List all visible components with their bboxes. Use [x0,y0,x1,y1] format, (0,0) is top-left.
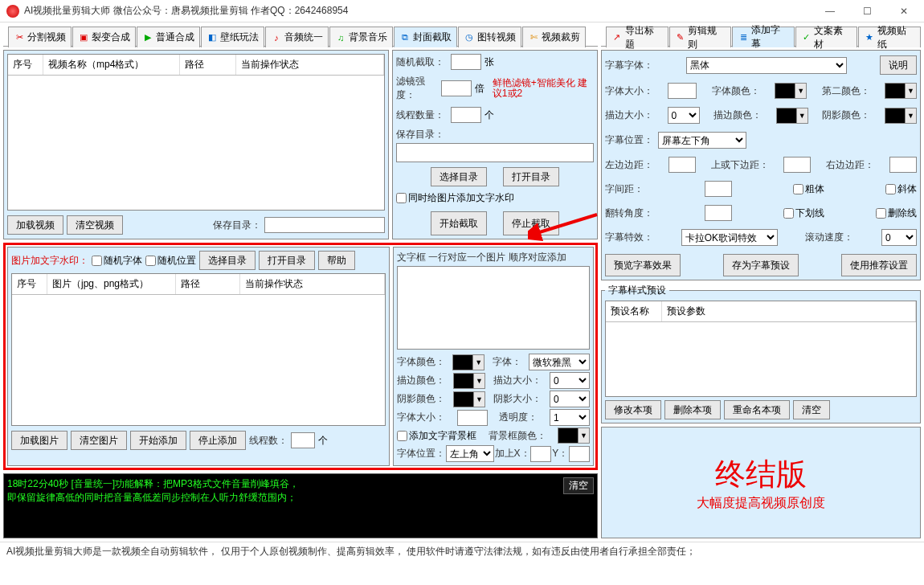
bold-checkbox[interactable]: 粗体 [793,182,824,196]
minimize-button[interactable]: — [812,0,848,22]
help-button[interactable]: 帮助 [318,251,355,270]
textbox-input[interactable] [397,266,590,350]
tab-4[interactable]: ★视频贴纸 [858,27,921,47]
preset-clear-button[interactable]: 清空 [793,400,830,419]
sub-left-input[interactable] [668,157,696,173]
addx-input[interactable] [530,446,551,462]
close-button[interactable]: ✕ [885,0,922,22]
tab-2[interactable]: ▶普通合成 [137,27,200,47]
watermark-checkbox[interactable]: 同时给图片添加文字水印 [396,191,514,205]
image-open-dir-button[interactable]: 打开目录 [259,251,315,270]
rand-cut-input[interactable] [451,54,481,70]
load-video-button[interactable]: 加载视频 [7,215,63,235]
stop-add-button[interactable]: 停止添加 [190,431,246,450]
sub-size-input[interactable] [668,83,697,99]
capture-savedir-input[interactable] [396,143,594,162]
shadow-color-picker[interactable]: ▼ [453,391,485,407]
font-pos-select[interactable]: 左上角 [446,445,494,462]
save-dir-input[interactable] [264,217,385,233]
sub-pos-select[interactable]: 屏幕左下角 [658,132,746,149]
left-tabstrip: ✂分割视频▣裂变合成▶普通合成◧壁纸玩法♪音频统一♫背景音乐⧉封面截取◷图转视频… [3,26,598,47]
tab-label: 文案素材 [814,24,852,51]
sub-rotate-label: 翻转角度： [605,207,653,220]
font-select[interactable]: 微软雅黑 [529,354,590,370]
maximize-button[interactable]: ☐ [848,0,885,22]
sub-spacing-input[interactable] [705,181,732,197]
tab-0[interactable]: ✂分割视频 [8,27,72,47]
tab-1[interactable]: ▣裂变合成 [72,27,136,47]
y-input[interactable] [569,446,590,462]
use-recommended-button[interactable]: 使用推荐设置 [841,254,917,276]
font-color-picker[interactable]: ▼ [452,354,484,370]
textbg-label: 添加文字背景框 [409,429,476,443]
sub-stroke-select[interactable]: 0 [668,107,700,124]
italic-checkbox[interactable]: 斜体 [885,182,917,196]
font-label: 字体： [493,355,521,369]
sub-color2-picker[interactable]: ▼ [885,83,917,99]
tab-8[interactable]: ✄视频裁剪 [522,27,586,47]
stroke-size-select[interactable]: 0 [550,372,590,389]
choose-dir-button[interactable]: 选择目录 [431,167,487,186]
clear-video-button[interactable]: 清空视频 [67,215,123,235]
sub-size-label: 字体大小： [605,84,653,98]
tab-0[interactable]: ↗导出标题 [606,27,668,47]
image-choose-dir-button[interactable]: 选择目录 [199,251,256,270]
tab-label: 裂变合成 [92,31,130,44]
tab-5[interactable]: ♫背景音乐 [329,27,393,47]
textbg-checkbox[interactable]: 添加文字背景框 [397,429,476,443]
underline-checkbox[interactable]: 下划线 [783,207,824,220]
log-clear-button[interactable]: 清空 [563,477,594,494]
tab-label: 壁纸玩法 [220,31,259,44]
load-image-button[interactable]: 加载图片 [11,431,67,450]
tab-7[interactable]: ◷图转视频 [458,27,521,47]
sub-color-picker[interactable]: ▼ [775,83,807,99]
textbox-panel: 文字框 一行对应一个图片 顺序对应添加 字体颜色： ▼ 字体： 微软雅黑 描边颜… [393,247,594,466]
shadow-size-select[interactable]: 0 [550,391,590,407]
textbox-title: 文字框 一行对应一个图片 顺序对应添加 [397,251,590,264]
preset-delete-button[interactable]: 删除本项 [664,400,721,419]
preset-grid[interactable]: 预设名称 预设参数 [605,301,917,397]
tab-4[interactable]: ♪音频统一 [265,27,329,47]
sub-font-select[interactable]: 黑体 [686,57,847,74]
start-capture-button[interactable]: 开始截取 [431,211,487,235]
start-add-button[interactable]: 开始添加 [130,431,186,450]
preset-rename-button[interactable]: 重命名本项 [724,400,790,419]
rand-font-checkbox[interactable]: 随机字体 [92,254,142,268]
tab-3[interactable]: ◧壁纸玩法 [201,27,264,47]
tab-2[interactable]: ≣添加字幕 [732,27,795,47]
sub-rotate-input[interactable] [705,205,732,221]
preset-modify-button[interactable]: 修改本项 [605,400,661,419]
stroke-color-picker[interactable]: ▼ [453,373,485,389]
sub-shadow-color-picker[interactable]: ▼ [885,108,917,124]
preview-subtitle-button[interactable]: 预览字幕效果 [605,254,681,276]
tab-3[interactable]: ✓文案素材 [795,27,858,47]
sub-right-input[interactable] [889,157,917,173]
tab-6[interactable]: ⧉封面截取 [394,27,457,47]
threads-input[interactable] [451,107,481,123]
explain-button[interactable]: 说明 [880,55,917,75]
sub-top-input[interactable] [783,157,811,173]
stop-capture-button[interactable]: 停止截取 [503,211,559,235]
image-grid[interactable]: 序号 图片（jpg、png格式） 路径 当前操作状态 [11,273,386,426]
clear-image-button[interactable]: 清空图片 [71,431,127,450]
promo-small: 大幅度提高视频原创度 [605,495,917,512]
window-title: AI视频批量剪辑大师 微信公众号：唐易视频批量剪辑 作者QQ：264246895… [24,4,812,18]
rand-pos-checkbox[interactable]: 随机位置 [145,254,196,268]
tab-1[interactable]: ✎剪辑规则 [669,27,732,47]
tab-label: 剪辑规则 [688,24,726,51]
video-grid[interactable]: 序号 视频名称（mp4格式） 路径 当前操作状态 [7,54,385,211]
sub-fx-select[interactable]: 卡拉OK歌词特效 [681,229,778,246]
shadow-color-label: 阴影颜色： [397,392,445,406]
opacity-select[interactable]: 1 [550,409,590,426]
strike-checkbox[interactable]: 删除线 [876,207,917,220]
rand-font-label: 随机字体 [104,254,142,268]
open-dir-button[interactable]: 打开目录 [503,167,559,186]
sub-left-label: 左边边距： [605,158,653,172]
save-preset-button[interactable]: 存为字幕预设 [723,254,799,276]
img-threads-input[interactable] [291,432,315,448]
font-size-input[interactable] [457,410,488,426]
bg-color-picker[interactable]: ▼ [558,428,590,444]
filter-input[interactable] [441,80,472,96]
sub-speed-select[interactable]: 0 [881,229,917,246]
sub-stroke-color-picker[interactable]: ▼ [776,108,808,124]
